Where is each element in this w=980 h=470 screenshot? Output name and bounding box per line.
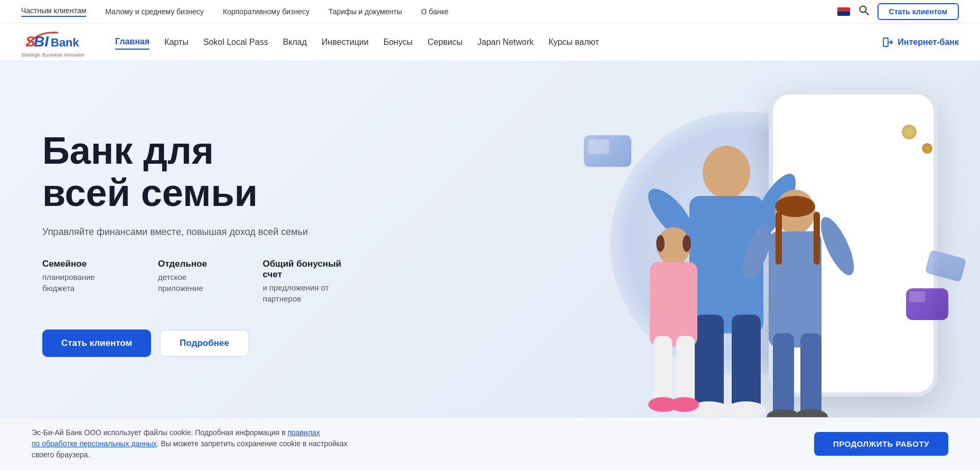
language-flag[interactable]	[837, 7, 850, 16]
logo-main: S BI Bank	[21, 26, 90, 52]
hero-feature-family: Семейное планирование бюджета	[42, 259, 126, 304]
feature-kids-title: Отдельное	[158, 259, 231, 269]
svg-text:Bank: Bank	[51, 36, 80, 49]
feature-bonus-title: Общий бонусный счет	[263, 259, 359, 280]
svg-rect-27	[773, 333, 794, 418]
hero-subtitle: Управляйте финансами вместе, повышая дох…	[42, 227, 359, 238]
nav-right: Интернет-банк	[882, 36, 959, 48]
hero-become-client-button[interactable]: Стать клиентом	[42, 330, 151, 357]
cookie-bar: Эс-Би-Ай Банк ООО использует файлы cooki…	[0, 417, 980, 470]
svg-rect-11	[695, 315, 724, 410]
search-icon	[858, 5, 869, 15]
svg-rect-32	[776, 212, 782, 265]
svg-rect-19	[654, 336, 672, 405]
nav-link-deposit[interactable]: Вклад	[283, 35, 306, 49]
topbar-become-client-button[interactable]: Стать клиентом	[878, 3, 959, 20]
cookie-continue-button[interactable]: ПРОДОЛЖИТЬ РАБОТУ	[814, 432, 948, 456]
svg-rect-12	[732, 315, 761, 410]
internet-bank-button[interactable]: Интернет-банк	[882, 36, 959, 48]
hero-people-illustration	[568, 109, 911, 426]
top-bar: Частным клиентам Малому и среднему бизне…	[0, 0, 980, 23]
svg-point-18	[683, 235, 691, 252]
main-nav-links: Главная Карты Sokol Local Pass Вклад Инв…	[115, 35, 599, 50]
top-bar-right: Стать клиентом	[837, 3, 959, 20]
search-button[interactable]	[858, 5, 869, 18]
internet-bank-label: Интернет-банк	[898, 37, 959, 47]
svg-text:BI: BI	[34, 33, 49, 50]
main-nav: S BI Bank Strategic Business Innovator Г…	[0, 23, 980, 61]
hero-section: Банк длявсей семьи Управляйте финансами …	[0, 61, 980, 426]
feature-bonus-desc: и предложения отпартнеров	[263, 282, 359, 304]
logo[interactable]: S BI Bank Strategic Business Innovator	[21, 26, 90, 58]
svg-line-1	[865, 12, 869, 15]
nav-link-home[interactable]: Главная	[115, 35, 150, 50]
nav-left: S BI Bank Strategic Business Innovator Г…	[21, 26, 599, 58]
sbi-logo-svg: S BI Bank	[21, 26, 90, 52]
nav-link-exchange[interactable]: Курсы валют	[548, 35, 599, 49]
svg-rect-28	[800, 333, 822, 418]
top-bar-links: Частным клиентам Малому и среднему бизне…	[21, 6, 449, 17]
cookie-text: Эс-Би-Ай Банк ООО использует файлы cooki…	[32, 427, 348, 460]
topbar-link-private[interactable]: Частным клиентам	[21, 6, 86, 17]
svg-rect-20	[676, 336, 695, 405]
svg-point-22	[669, 397, 699, 412]
svg-rect-33	[814, 212, 820, 265]
svg-rect-5	[883, 38, 888, 46]
topbar-link-about[interactable]: О банке	[421, 7, 449, 16]
hero-title: Банк длявсей семьи	[42, 130, 359, 213]
hero-features: Семейное планирование бюджета Отдельное …	[42, 259, 359, 304]
hero-feature-bonus: Общий бонусный счет и предложения отпарт…	[263, 259, 359, 304]
feature-family-desc: планирование бюджета	[42, 271, 126, 294]
svg-point-14	[726, 401, 766, 418]
feature-family-title: Семейное	[42, 259, 126, 269]
hero-image	[505, 61, 980, 426]
nav-link-services[interactable]: Сервисы	[427, 35, 462, 49]
cookie-text-before: Эс-Би-Ай Банк ООО использует файлы cooki…	[32, 428, 287, 437]
hero-buttons: Стать клиентом Подробнее	[42, 330, 359, 357]
hero-learn-more-button[interactable]: Подробнее	[160, 330, 249, 357]
nav-link-cards[interactable]: Карты	[164, 35, 189, 49]
svg-point-7	[703, 146, 750, 199]
floating-coin-2	[922, 143, 932, 154]
nav-link-bonuses[interactable]: Бонусы	[384, 35, 413, 49]
nav-link-japan[interactable]: Japan Network	[478, 35, 534, 49]
login-icon	[882, 36, 893, 48]
nav-link-sokol[interactable]: Sokol Local Pass	[203, 35, 268, 49]
hero-feature-kids: Отдельное детское приложение	[158, 259, 231, 304]
floating-wallet	[906, 288, 948, 320]
feature-kids-desc: детское приложение	[158, 271, 231, 294]
nav-link-investments[interactable]: Инвестиции	[322, 35, 369, 49]
svg-rect-16	[650, 262, 697, 346]
topbar-link-sme[interactable]: Малому и среднему бизнесу	[105, 7, 204, 16]
topbar-link-corporate[interactable]: Корпоративному бизнесу	[223, 7, 310, 16]
logo-subtitle: Strategic Business Innovator	[21, 52, 90, 58]
svg-point-17	[656, 235, 665, 252]
topbar-link-tariffs[interactable]: Тарифы и документы	[329, 7, 402, 16]
hero-content: Банк длявсей семьи Управляйте финансами …	[42, 130, 359, 356]
